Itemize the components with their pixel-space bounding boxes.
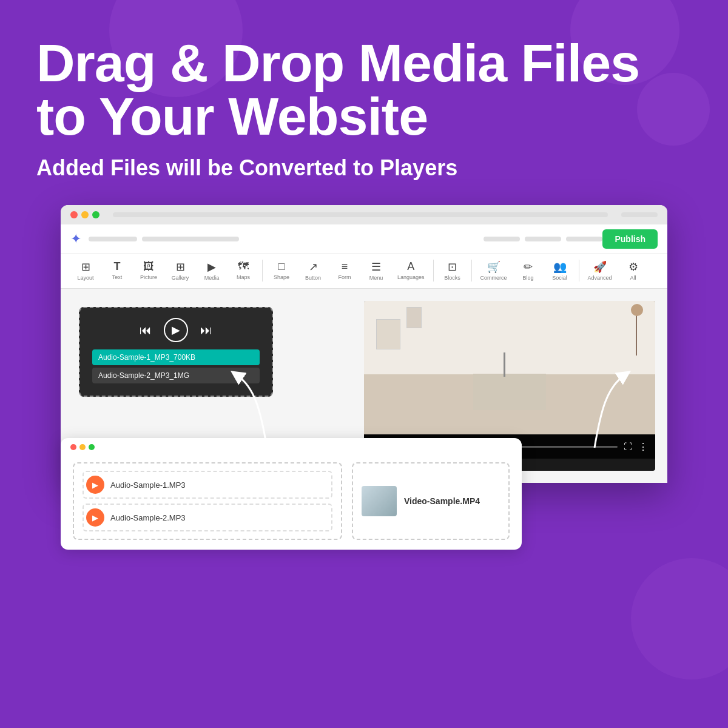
main-content: Drag & Drop Media Files to Your Website … [0, 0, 728, 483]
tool-layout[interactable]: ⊞ Layout [70, 258, 101, 283]
text-icon: T [114, 260, 121, 273]
tool-all[interactable]: ⚙ All [618, 258, 649, 283]
toolbar-right-placeholder [621, 212, 658, 217]
tool-form[interactable]: ≡ Form [329, 258, 360, 283]
editor-logo-icon: ✦ [70, 231, 81, 247]
editor-toolbar: ✦ Publish [61, 224, 667, 254]
background-circle-4 [631, 558, 728, 679]
video-menu-btn[interactable]: ⋮ [638, 441, 648, 453]
floating-file-panel: ▶ Audio-Sample-1.MP3 ▶ Audio-Sample-2.MP… [61, 438, 522, 550]
audio-file-icon-1: ▶ [86, 476, 104, 494]
audio-controls: ⏮ ▶ ⏭ [92, 318, 260, 342]
audio-track-2[interactable]: Audio-Sample-2_MP3_1MG [92, 368, 260, 383]
toolbar-placeholders [89, 237, 602, 241]
address-bar [113, 212, 608, 217]
tool-gallery-label: Gallery [172, 275, 189, 281]
picture-icon: 🖼 [143, 260, 154, 273]
divider-1 [262, 260, 263, 281]
tool-shape[interactable]: □ Shape [266, 258, 297, 283]
audio-files-section: ▶ Audio-Sample-1.MP3 ▶ Audio-Sample-2.MP… [73, 462, 342, 540]
tool-maps-label: Maps [237, 274, 250, 280]
f-tl-red [70, 444, 76, 450]
tool-media-label: Media [204, 275, 220, 281]
tool-button[interactable]: ↗ Button [298, 258, 328, 283]
room-scene [364, 301, 655, 434]
publish-button[interactable]: Publish [602, 229, 658, 249]
audio-next-btn[interactable]: ⏭ [200, 323, 212, 337]
f-tl-yellow [79, 444, 86, 450]
tool-form-label: Form [339, 274, 351, 280]
blog-icon: ✏ [524, 260, 533, 274]
audio-file-item-1: ▶ Audio-Sample-1.MP3 [83, 471, 332, 499]
tool-commerce-label: Commerce [480, 275, 507, 281]
f-tl-green [89, 444, 95, 450]
tool-languages-label: Languages [397, 274, 425, 280]
tool-text-label: Text [112, 274, 123, 280]
tool-layout-label: Layout [77, 275, 93, 281]
tool-menu[interactable]: ☰ Menu [361, 258, 391, 283]
layout-icon: ⊞ [81, 260, 90, 274]
tool-maps[interactable]: 🗺 Maps [228, 258, 258, 283]
maps-icon: 🗺 [238, 260, 249, 273]
tool-all-label: All [630, 275, 636, 281]
frame-decor [376, 319, 400, 349]
placeholder-5 [566, 237, 602, 241]
file-sections: ▶ Audio-Sample-1.MP3 ▶ Audio-Sample-2.MP… [73, 462, 510, 540]
hero-title: Drag & Drop Media Files to Your Website [36, 36, 692, 143]
audio-prev-btn[interactable]: ⏮ [140, 323, 152, 337]
audio-player-widget: ⏮ ▶ ⏭ Audio-Sample-1_MP3_700KB Audio-Sam… [79, 307, 273, 397]
spacer [244, 237, 479, 241]
form-icon: ≡ [342, 260, 348, 273]
gallery-icon: ⊞ [176, 260, 185, 274]
traffic-light-red [70, 211, 78, 218]
commerce-icon: 🛒 [487, 260, 500, 274]
blocks-icon: ⊡ [448, 260, 457, 274]
tool-advanced[interactable]: 🚀 Advanced [583, 258, 617, 283]
divider-3 [471, 260, 472, 281]
languages-icon: A [407, 260, 414, 273]
video-fullscreen-btn[interactable]: ⛶ [624, 442, 632, 451]
tool-button-label: Button [305, 275, 321, 281]
frame-decor-2 [406, 307, 422, 328]
shape-icon: □ [278, 260, 285, 273]
media-icon: ▶ [207, 260, 216, 274]
tool-blocks-label: Blocks [444, 275, 460, 281]
divider-2 [433, 260, 434, 281]
divider-4 [579, 260, 579, 281]
tool-menu-label: Menu [369, 275, 383, 281]
video-file-name: Video-Sample.MP4 [404, 496, 480, 506]
tool-blocks[interactable]: ⊡ Blocks [437, 258, 468, 283]
button-icon: ↗ [309, 260, 318, 274]
tool-languages[interactable]: A Languages [393, 258, 430, 283]
tool-picture-label: Picture [140, 274, 157, 280]
placeholder-1 [89, 237, 137, 241]
all-icon: ⚙ [629, 260, 638, 274]
table-decor [473, 374, 546, 410]
floating-traffic-lights [70, 444, 95, 450]
browser-wrapper: ✦ Publish ⊞ Layout T [61, 205, 667, 483]
tool-gallery[interactable]: ⊞ Gallery [165, 258, 195, 283]
audio-track-1[interactable]: Audio-Sample-1_MP3_700KB [92, 349, 260, 365]
tool-shape-label: Shape [274, 274, 289, 280]
hero-subtitle: Added Files will be Converted to Players [36, 155, 692, 181]
tool-media[interactable]: ▶ Media [197, 258, 227, 283]
tool-commerce[interactable]: 🛒 Commerce [476, 258, 512, 283]
placeholder-4 [525, 237, 561, 241]
audio-file-name-2: Audio-Sample-2.MP3 [110, 513, 186, 522]
social-icon: 👥 [553, 260, 567, 274]
audio-file-name-1: Audio-Sample-1.MP3 [110, 480, 186, 490]
tool-text[interactable]: T Text [102, 258, 132, 283]
hat-decor [631, 304, 643, 316]
audio-file-icon-2: ▶ [86, 508, 104, 527]
browser-titlebar [61, 205, 667, 224]
audio-file-item-2: ▶ Audio-Sample-2.MP3 [83, 504, 332, 531]
traffic-light-green [92, 211, 99, 218]
placeholder-3 [484, 237, 520, 241]
audio-play-btn[interactable]: ▶ [164, 318, 188, 342]
tool-social[interactable]: 👥 Social [545, 258, 575, 283]
tool-blog[interactable]: ✏ Blog [513, 258, 544, 283]
tool-picture[interactable]: 🖼 Picture [133, 258, 164, 283]
tool-blog-label: Blog [523, 275, 534, 281]
tools-row: ⊞ Layout T Text 🖼 Picture ⊞ Gallery ▶ [61, 254, 667, 289]
video-file-thumbnail [362, 486, 397, 516]
